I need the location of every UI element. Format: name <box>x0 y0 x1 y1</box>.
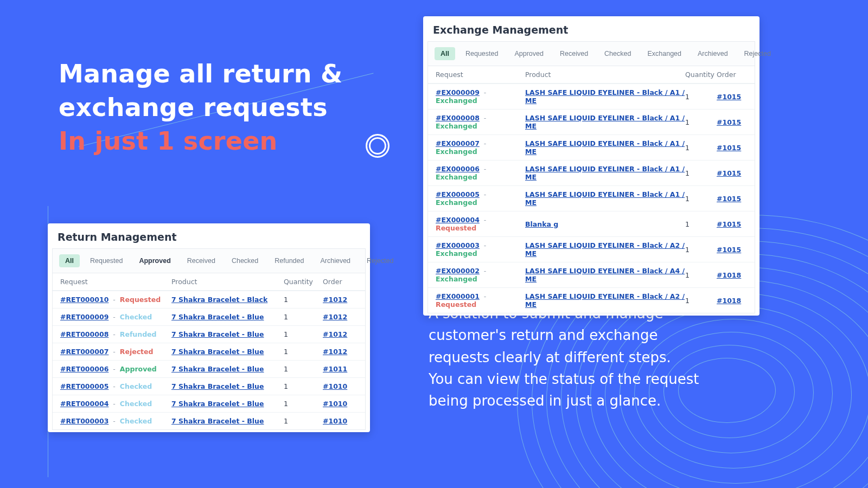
product-link[interactable]: LASH SAFE LIQUID EYELINER - Black / A1 /… <box>525 114 685 130</box>
order-link[interactable]: #1012 <box>323 348 358 356</box>
order-link[interactable]: #1015 <box>717 93 747 101</box>
request-id-link[interactable]: #EX000008 <box>436 114 480 122</box>
request-id-link[interactable]: #EX000001 <box>436 292 480 300</box>
tab-rejected[interactable]: Rejected <box>361 254 399 267</box>
tab-rejected[interactable]: Rejected <box>738 47 777 60</box>
product-link[interactable]: 7 Shakra Bracelet - Blue <box>171 417 284 425</box>
body-line: You can view the status of the request <box>429 368 699 390</box>
table-row: #RET000010 - Requested7 Shakra Bracelet … <box>53 291 365 308</box>
table-row: #RET000005 - Checked7 Shakra Bracelet - … <box>53 377 365 395</box>
request-id-link[interactable]: #EX000004 <box>436 216 480 224</box>
col-request: Request <box>436 70 525 79</box>
request-id-link[interactable]: #RET000008 <box>60 330 108 338</box>
request-cell: #RET000003 - Checked <box>60 417 171 425</box>
request-id-link[interactable]: #RET000004 <box>60 400 108 408</box>
tab-exchanged[interactable]: Exchanged <box>641 47 687 60</box>
return-management-panel: Return Management AllRequestedApprovedRe… <box>48 223 370 432</box>
order-link[interactable]: #1012 <box>323 330 358 338</box>
table-row: #EX000008 - ExchangedLASH SAFE LIQUID EY… <box>428 109 755 134</box>
product-link[interactable]: LASH SAFE LIQUID EYELINER - Black / A2 /… <box>525 292 685 309</box>
product-link[interactable]: LASH SAFE LIQUID EYELINER - Black / A1 /… <box>525 88 685 105</box>
order-link[interactable]: #1010 <box>323 382 358 390</box>
tab-all[interactable]: All <box>435 47 455 60</box>
product-link[interactable]: LASH SAFE LIQUID EYELINER - Black / A2 /… <box>525 241 685 258</box>
table-row: #EX000005 - ExchangedLASH SAFE LIQUID EY… <box>428 185 755 211</box>
quantity-value: 1 <box>284 365 323 373</box>
request-id-link[interactable]: #RET000003 <box>60 417 108 425</box>
status-badge: Exchanged <box>436 97 477 105</box>
tab-archieved[interactable]: Archieved <box>314 254 356 267</box>
table-header: Request Product Quantity Order <box>428 66 755 84</box>
product-link[interactable]: 7 Shakra Bracelet - Blue <box>171 400 284 408</box>
product-link[interactable]: Blanka g <box>525 220 685 228</box>
product-link[interactable]: 7 Shakra Bracelet - Blue <box>171 348 284 356</box>
order-link[interactable]: #1018 <box>717 297 747 305</box>
product-link[interactable]: 7 Shakra Bracelet - Blue <box>171 330 284 338</box>
request-id-link[interactable]: #EX000002 <box>436 267 480 275</box>
order-link[interactable]: #1011 <box>323 365 358 373</box>
product-link[interactable]: LASH SAFE LIQUID EYELINER - Black / A1 /… <box>525 139 685 156</box>
separator: - <box>108 400 119 408</box>
request-cell: #RET000010 - Requested <box>60 296 171 304</box>
order-link[interactable]: #1015 <box>717 195 747 203</box>
request-cell: #RET000008 - Refunded <box>60 330 171 338</box>
request-cell: #RET000005 - Checked <box>60 382 171 390</box>
request-id-link[interactable]: #EX000003 <box>436 241 480 249</box>
tab-all[interactable]: All <box>59 254 80 267</box>
status-badge: Exchanged <box>436 198 477 207</box>
order-link[interactable]: #1012 <box>323 296 358 304</box>
quantity-value: 1 <box>284 417 323 425</box>
separator: - <box>480 139 488 147</box>
separator: - <box>108 382 119 390</box>
request-id-link[interactable]: #RET000005 <box>60 382 108 390</box>
request-id-link[interactable]: #EX000007 <box>436 139 480 147</box>
product-link[interactable]: 7 Shakra Bracelet - Blue <box>171 313 284 321</box>
quantity-value: 1 <box>685 271 717 279</box>
status-badge: Checked <box>120 382 152 390</box>
order-link[interactable]: #1018 <box>717 271 747 279</box>
order-link[interactable]: #1010 <box>323 400 358 408</box>
request-id-link[interactable]: #EX000005 <box>436 190 480 198</box>
tab-approved[interactable]: Approved <box>133 254 176 267</box>
tab-approved[interactable]: Approved <box>508 47 550 60</box>
tab-checked[interactable]: Checked <box>226 254 264 267</box>
quantity-value: 1 <box>284 382 323 390</box>
request-id-link[interactable]: #RET000009 <box>60 313 108 321</box>
order-link[interactable]: #1015 <box>717 144 747 152</box>
product-link[interactable]: 7 Shakra Bracelet - Blue <box>171 382 284 390</box>
tab-refunded[interactable]: Refunded <box>269 254 310 267</box>
col-product: Product <box>525 70 685 79</box>
order-link[interactable]: #1015 <box>717 118 747 126</box>
request-cell: #RET000007 - Rejected <box>60 348 171 356</box>
request-id-link[interactable]: #EX000009 <box>436 88 480 97</box>
tab-received[interactable]: Received <box>554 47 594 60</box>
order-link[interactable]: #1015 <box>717 169 747 177</box>
tab-requested[interactable]: Requested <box>84 254 129 267</box>
request-cell: #EX000005 - Exchanged <box>436 190 525 207</box>
order-link[interactable]: #1015 <box>717 246 747 254</box>
request-id-link[interactable]: #RET000006 <box>60 365 108 373</box>
product-link[interactable]: LASH SAFE LIQUID EYELINER - Black / A4 /… <box>525 267 685 283</box>
tab-received[interactable]: Received <box>181 254 221 267</box>
order-link[interactable]: #1015 <box>717 220 747 228</box>
body-line: being processed in just a glance. <box>429 390 699 412</box>
quantity-value: 1 <box>685 118 717 126</box>
product-link[interactable]: LASH SAFE LIQUID EYELINER - Black / A1 /… <box>525 165 685 181</box>
tab-requested[interactable]: Requested <box>459 47 504 60</box>
request-id-link[interactable]: #RET000010 <box>60 296 108 304</box>
tab-checked[interactable]: Checked <box>598 47 637 60</box>
quantity-value: 1 <box>685 93 717 101</box>
quantity-value: 1 <box>284 296 323 304</box>
product-link[interactable]: LASH SAFE LIQUID EYELINER - Black / A1 /… <box>525 190 685 207</box>
order-link[interactable]: #1010 <box>323 417 358 425</box>
product-link[interactable]: 7 Shakra Bracelet - Black <box>171 296 284 304</box>
request-id-link[interactable]: #EX000006 <box>436 165 480 173</box>
request-id-link[interactable]: #RET000007 <box>60 348 108 356</box>
col-product: Product <box>171 278 284 286</box>
quantity-value: 1 <box>685 144 717 152</box>
product-link[interactable]: 7 Shakra Bracelet - Blue <box>171 365 284 373</box>
separator: - <box>480 165 488 173</box>
request-cell: #EX000004 - Requested <box>436 216 525 232</box>
order-link[interactable]: #1012 <box>323 313 358 321</box>
tab-archieved[interactable]: Archieved <box>692 47 734 60</box>
